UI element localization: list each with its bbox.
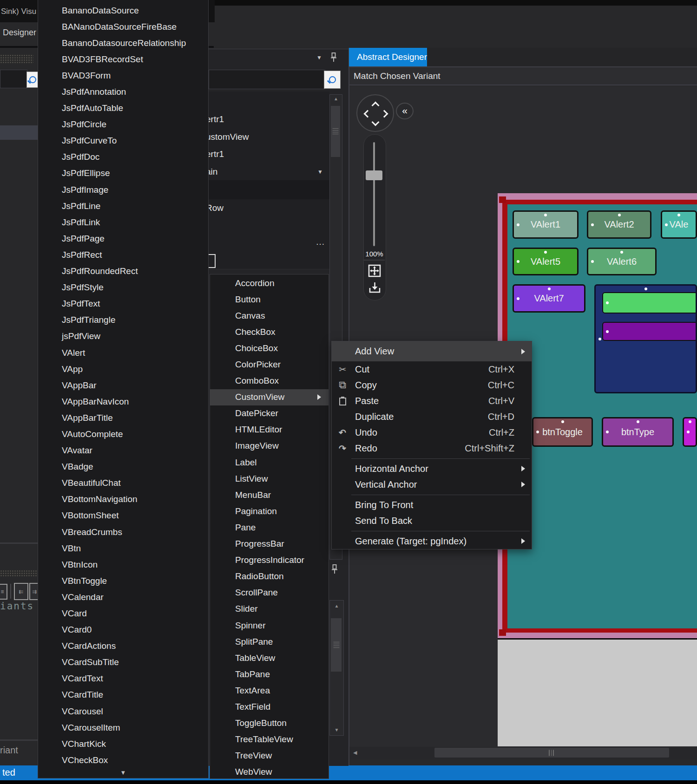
chevron-down-icon[interactable]: ▼	[317, 169, 323, 175]
widget-menu-item[interactable]: VCardTitle	[38, 687, 208, 703]
widget-menu-item[interactable]: VCardText	[38, 671, 208, 687]
context-menu-item[interactable]: Paste Ctrl+V	[332, 393, 532, 409]
widget-menu-item[interactable]: VApp	[38, 361, 208, 377]
properties-search-input[interactable]	[209, 70, 325, 89]
view-submenu-item[interactable]: ColorPicker	[210, 356, 329, 372]
resize-handle[interactable]	[499, 196, 506, 203]
pin-icon[interactable]	[331, 564, 338, 575]
widget-menu-item[interactable]: JsPdfPage	[38, 230, 208, 247]
view-submenu-item[interactable]: SplitPane	[210, 634, 329, 650]
properties-search-button[interactable]	[324, 71, 341, 89]
widget-menu-item[interactable]: VCheckBox	[38, 752, 208, 768]
swap-panel-left-icon[interactable]: ⇇	[14, 583, 28, 600]
variant-tab-label[interactable]: riant	[0, 745, 18, 756]
property-row[interactable]: ertr1	[209, 145, 329, 163]
scrollbar-thumb[interactable]	[331, 618, 342, 672]
property-row-checkbox[interactable]	[209, 252, 329, 269]
widget-menu-item[interactable]: JsPdfText	[38, 296, 208, 312]
resize-handle[interactable]	[499, 629, 506, 636]
widget-menu-item[interactable]: VCalendar	[38, 589, 208, 605]
view-submenu-item[interactable]: ComboBox	[210, 373, 329, 389]
widget-menu-item[interactable]: BananoDatasourceRelationship	[38, 35, 208, 51]
widget-menu-item[interactable]: VCard0	[38, 622, 208, 638]
widget-menu-item[interactable]: JsPdfRect	[38, 247, 208, 263]
context-menu-item[interactable]: Redo Ctrl+Shift+Z	[332, 440, 532, 456]
widget-menu-item[interactable]: BANanoDataSourceFireBase	[38, 19, 208, 35]
widget-menu-item[interactable]: JsPdfStyle	[38, 280, 208, 296]
widget-menu-item[interactable]: JsPdfAnnotation	[38, 84, 208, 100]
view-submenu-item[interactable]: TextField	[210, 699, 329, 715]
widget-menu-item[interactable]: JsPdfCircle	[38, 117, 208, 133]
widget-magenta-button[interactable]	[683, 417, 697, 447]
widget-valert6[interactable]: VAlert6	[587, 248, 657, 275]
search-input[interactable]	[0, 70, 27, 88]
pan-control[interactable]	[356, 94, 394, 132]
view-submenu-item[interactable]: RadioButton	[210, 568, 329, 585]
view-submenu-item[interactable]: WebView	[210, 764, 329, 780]
scroll-up-icon[interactable]: ▲	[330, 96, 342, 101]
widget-menu-item[interactable]: VCardActions	[38, 638, 208, 654]
context-menu-item[interactable]	[332, 492, 532, 497]
widget-menu-item[interactable]: JsPdfDoc	[38, 149, 208, 165]
property-row-dropdown[interactable]: ain▼	[209, 163, 329, 181]
widget-menu-item[interactable]: JsPdfAutoTable	[38, 100, 208, 117]
view-submenu-item[interactable]: Slider	[210, 601, 329, 617]
widget-menu-item[interactable]: VBottomNavigation	[38, 491, 208, 508]
context-menu-item[interactable]: Send To Back	[332, 513, 532, 529]
view-submenu-item[interactable]: Spinner	[210, 617, 329, 634]
widget-menu-item[interactable]: VBtnToggle	[38, 573, 208, 589]
widget-menu-item[interactable]: VBottomSheet	[38, 508, 208, 524]
widget-valert1[interactable]: VAlert1	[513, 210, 579, 239]
fit-move-icon[interactable]	[368, 264, 381, 277]
context-menu-item[interactable]: Vertical Anchor	[332, 477, 532, 492]
widget-menu-item[interactable]: BananoDataSource	[38, 2, 208, 19]
context-menu-item[interactable]	[332, 456, 532, 461]
view-submenu-item[interactable]: Pane	[210, 519, 329, 536]
widget-green-bar[interactable]	[602, 292, 697, 314]
widget-menu-item[interactable]: JsPdfEllipse	[38, 165, 208, 182]
widget-menu-item[interactable]: JsPdfRoundedRect	[38, 263, 208, 280]
search-button[interactable]	[26, 72, 39, 88]
scrollbar-thumb[interactable]	[434, 748, 669, 758]
widget-menu-item[interactable]: VBtn	[38, 540, 208, 556]
property-row[interactable]: ustomView	[209, 128, 329, 146]
widget-menu-item[interactable]: jsPdfView	[38, 328, 208, 345]
context-menu-item[interactable]: Copy Ctrl+C	[332, 377, 532, 393]
widget-menu-item[interactable]: BVAD3Form	[38, 67, 208, 84]
widget-menu-item[interactable]: VBtnIcon	[38, 556, 208, 573]
pan-down-icon[interactable]	[372, 118, 380, 126]
zoom-slider-track[interactable]	[373, 142, 375, 246]
pan-up-icon[interactable]	[372, 102, 380, 110]
scroll-up-icon[interactable]: ▲	[330, 603, 343, 608]
widget-menu-item[interactable]: VAppBar	[38, 377, 208, 393]
view-submenu-item[interactable]: TabPane	[210, 666, 329, 682]
context-menu-item[interactable]: Duplicate Ctrl+D	[332, 409, 532, 425]
view-submenu-item[interactable]: DatePicker	[210, 405, 329, 422]
widget-valert3[interactable]: VAle	[661, 210, 697, 239]
context-menu-item[interactable]: Cut Ctrl+X	[332, 361, 532, 377]
context-menu-item[interactable]: Undo Ctrl+Z	[332, 425, 532, 440]
tab-abstract-designer[interactable]: Abstract Designer	[349, 48, 427, 66]
pin-icon[interactable]	[330, 52, 337, 63]
widget-btntype[interactable]: btnType	[602, 417, 674, 447]
view-submenu-item[interactable]: Label	[210, 454, 329, 470]
widget-menu-item[interactable]: BVAD3FBRecordSet	[38, 51, 208, 67]
context-menu-item[interactable]: Horizontal Anchor	[332, 461, 532, 477]
property-row[interactable]	[209, 91, 329, 111]
widget-purple-bar[interactable]	[602, 322, 697, 341]
widget-menu-item[interactable]: VCarousel	[38, 703, 208, 719]
view-submenu-item[interactable]: CheckBox	[210, 324, 329, 340]
view-submenu-item[interactable]: TreeTableView	[210, 732, 329, 748]
widget-menu-item[interactable]: JsPdfImage	[38, 182, 208, 198]
widget-menu-item[interactable]: VChartKick	[38, 736, 208, 752]
property-row-ellipsis[interactable]: ...	[209, 235, 329, 253]
widget-menu-item[interactable]: VBeautifulChat	[38, 475, 208, 491]
view-submenu-item[interactable]: MenuBar	[210, 487, 329, 503]
property-row[interactable]: Row	[209, 199, 329, 217]
variant-bar[interactable]: Match Chosen Variant	[349, 67, 697, 85]
horizontal-scrollbar[interactable]: ◀	[349, 747, 697, 759]
view-submenu-item[interactable]: ChoiceBox	[210, 340, 329, 356]
view-submenu-item[interactable]: ListView	[210, 470, 329, 487]
view-submenu-item[interactable]: ToggleButton	[210, 715, 329, 732]
context-menu-item[interactable]: Bring To Front	[332, 497, 532, 513]
